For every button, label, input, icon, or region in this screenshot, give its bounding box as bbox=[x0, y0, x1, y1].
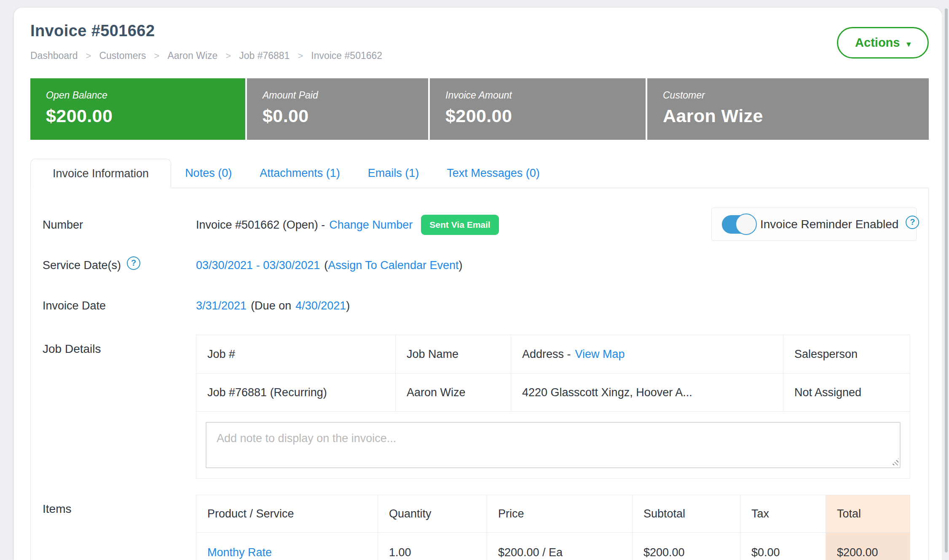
scrollbar[interactable] bbox=[942, 0, 949, 560]
job-number-header: Job # bbox=[196, 335, 395, 373]
items-label: Items bbox=[43, 495, 196, 516]
invoice-number-status: Invoice #501662 (Open) - bbox=[196, 219, 325, 232]
breadcrumb-dashboard[interactable]: Dashboard bbox=[30, 50, 78, 61]
breadcrumb-separator-icon: > bbox=[298, 51, 303, 61]
breadcrumb-job[interactable]: Job #76881 bbox=[239, 50, 290, 61]
total-header: Total bbox=[826, 495, 910, 532]
job-number-cell: Job #76881 (Recurring) bbox=[196, 373, 395, 411]
close-paren: ) bbox=[458, 259, 462, 272]
job-name-header: Job Name bbox=[395, 335, 511, 373]
invoice-information-panel: Invoice Reminder Enabled ? Number Invoic… bbox=[30, 188, 929, 560]
price-cell: $200.00 / Ea bbox=[487, 533, 632, 560]
salesperson-header: Salesperson bbox=[783, 335, 910, 373]
tab-label: Notes (0) bbox=[185, 167, 232, 180]
toggle-knob bbox=[735, 213, 757, 235]
invoice-date-link[interactable]: 3/31/2021 bbox=[196, 299, 247, 312]
tab-label: Attachments (1) bbox=[260, 167, 340, 180]
subtotal-header: Subtotal bbox=[632, 495, 740, 532]
breadcrumb-separator-icon: > bbox=[154, 51, 160, 61]
quantity-header: Quantity bbox=[378, 495, 487, 532]
actions-button-label: Actions bbox=[855, 36, 900, 50]
stat-card-invoice-amount: Invoice Amount $200.00 bbox=[430, 78, 646, 140]
address-cell: 4220 Glasscott Xingz, Hoover A... bbox=[511, 373, 783, 411]
tab-notes[interactable]: Notes (0) bbox=[171, 158, 246, 188]
stat-label: Customer bbox=[663, 90, 929, 101]
salesperson-cell: Not Assigned bbox=[783, 373, 910, 411]
close-paren: ) bbox=[346, 299, 350, 312]
product-service-header: Product / Service bbox=[196, 495, 378, 532]
invoice-date-row: Invoice Date 3/31/2021 (Due on 4/30/2021… bbox=[43, 293, 917, 318]
stat-value: $200.00 bbox=[46, 106, 245, 126]
tab-label: Text Messages (0) bbox=[447, 167, 540, 180]
address-header: Address - View Map bbox=[511, 335, 783, 373]
breadcrumb: Dashboard > Customers > Aaron Wize > Job… bbox=[30, 50, 382, 61]
tab-label: Invoice Information bbox=[53, 167, 149, 180]
tab-invoice-information[interactable]: Invoice Information bbox=[30, 159, 171, 188]
tab-emails[interactable]: Emails (1) bbox=[354, 158, 433, 188]
invoice-note-input[interactable] bbox=[206, 422, 901, 468]
job-details-label: Job Details bbox=[43, 335, 196, 356]
invoice-reminder-toggle[interactable] bbox=[722, 215, 753, 234]
page-header: Invoice #501662 Dashboard > Customers > … bbox=[30, 22, 929, 61]
job-details-header-row: Job # Job Name Address - View Map Salesp… bbox=[196, 335, 910, 373]
address-header-text: Address - bbox=[522, 348, 571, 361]
assign-to-calendar-event-link[interactable]: Assign To Calendar Event bbox=[328, 259, 458, 272]
items-section: Items Product / Service Quantity Price S… bbox=[43, 495, 917, 560]
invoice-page-card: Invoice #501662 Dashboard > Customers > … bbox=[14, 8, 942, 560]
stat-label: Invoice Amount bbox=[445, 90, 646, 101]
product-cell: Monthy Rate bbox=[196, 533, 378, 560]
stat-label: Open Balance bbox=[46, 90, 245, 101]
subtotal-cell: $200.00 bbox=[632, 533, 740, 560]
stat-card-amount-paid: Amount Paid $0.00 bbox=[247, 78, 428, 140]
invoice-note-row bbox=[196, 411, 910, 478]
items-table: Product / Service Quantity Price Subtota… bbox=[196, 495, 910, 560]
tax-cell: $0.00 bbox=[740, 533, 826, 560]
caret-down-icon: ▾ bbox=[906, 39, 911, 49]
quantity-cell: 1.00 bbox=[378, 533, 487, 560]
sent-via-email-badge: Sent Via Email bbox=[421, 215, 499, 235]
stat-card-customer: Customer Aaron Wize bbox=[647, 78, 929, 140]
help-icon[interactable]: ? bbox=[127, 256, 140, 270]
invoice-reminder-label: Invoice Reminder Enabled bbox=[760, 218, 898, 231]
item-row: Monthy Rate 1.00 $200.00 / Ea $200.00 $0… bbox=[196, 532, 910, 560]
actions-button[interactable]: Actions ▾ bbox=[837, 27, 929, 59]
breadcrumb-customers[interactable]: Customers bbox=[99, 50, 146, 61]
due-date-link[interactable]: 4/30/2021 bbox=[295, 299, 346, 312]
breadcrumb-current-invoice: Invoice #501662 bbox=[311, 50, 382, 61]
tab-label: Emails (1) bbox=[368, 167, 419, 180]
invoice-reminder-box: Invoice Reminder Enabled ? bbox=[711, 208, 917, 241]
summary-cards: Open Balance $200.00 Amount Paid $0.00 I… bbox=[30, 78, 929, 140]
breadcrumb-separator-icon: > bbox=[225, 51, 231, 61]
service-dates-label: Service Date(s) bbox=[43, 259, 121, 272]
tab-text-messages[interactable]: Text Messages (0) bbox=[433, 158, 554, 188]
product-link[interactable]: Monthy Rate bbox=[207, 546, 272, 559]
service-dates-row: Service Date(s) ? 03/30/2021 - 03/30/202… bbox=[43, 253, 917, 277]
invoice-date-label: Invoice Date bbox=[43, 299, 196, 312]
breadcrumb-customer-name[interactable]: Aaron Wize bbox=[167, 50, 217, 61]
stat-value: Aaron Wize bbox=[663, 106, 929, 126]
stat-value: $200.00 bbox=[445, 106, 646, 126]
total-cell: $200.00 bbox=[826, 533, 910, 560]
items-header-row: Product / Service Quantity Price Subtota… bbox=[196, 495, 910, 532]
stat-card-open-balance: Open Balance $200.00 bbox=[30, 78, 245, 140]
tax-header: Tax bbox=[740, 495, 826, 532]
tab-attachments[interactable]: Attachments (1) bbox=[246, 158, 354, 188]
due-on-text: (Due on bbox=[251, 299, 291, 312]
change-number-link[interactable]: Change Number bbox=[329, 219, 413, 232]
tab-bar: Invoice Information Notes (0) Attachment… bbox=[30, 158, 929, 188]
help-icon[interactable]: ? bbox=[906, 216, 919, 229]
number-label: Number bbox=[43, 219, 196, 232]
open-paren: ( bbox=[324, 259, 328, 272]
job-details-section: Job Details Job # Job Name Address - Vie… bbox=[43, 335, 917, 479]
price-header: Price bbox=[487, 495, 632, 532]
service-dates-link[interactable]: 03/30/2021 - 03/30/2021 bbox=[196, 259, 320, 272]
job-name-cell: Aaron Wize bbox=[395, 373, 511, 411]
stat-label: Amount Paid bbox=[263, 90, 428, 101]
job-details-data-row: Job #76881 (Recurring) Aaron Wize 4220 G… bbox=[196, 373, 910, 411]
page-title: Invoice #501662 bbox=[30, 22, 382, 40]
job-details-table: Job # Job Name Address - View Map Salesp… bbox=[196, 335, 910, 479]
breadcrumb-separator-icon: > bbox=[86, 51, 91, 61]
scrollbar-thumb[interactable] bbox=[945, 8, 948, 552]
stat-value: $0.00 bbox=[263, 106, 428, 126]
view-map-link[interactable]: View Map bbox=[575, 348, 625, 361]
